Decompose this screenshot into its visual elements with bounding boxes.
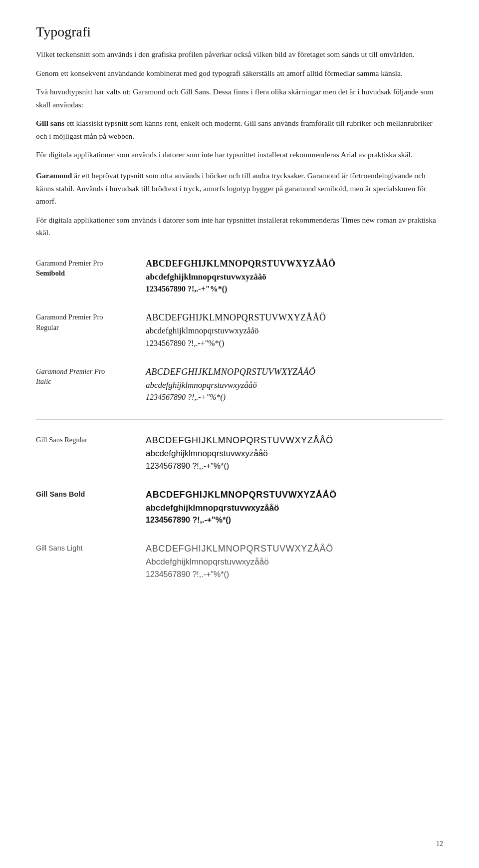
- intro-paragraph-2: Genom ett konsekvent användande kombiner…: [36, 67, 443, 80]
- specimen-line-uppercase: ABCDEFGHIJKLMNOPQRSTUVWXYZÅÅÖ: [146, 488, 443, 502]
- specimen-garamond-semibold: Garamond Premier Pro Semibold ABCDEFGHIJ…: [36, 257, 443, 295]
- gill-sans-description-2: För digitala applikationer som används i…: [36, 148, 443, 161]
- font-display-gill-sans-regular: ABCDEFGHIJKLMNOPQRSTUVWXYZÅÅÖ abcdefghij…: [146, 434, 443, 472]
- specimen-line-numbers: 1234567890 ?!,.-+"%*(): [146, 460, 443, 472]
- specimen-line-lowercase: abcdefghijklmnopqrstuvwxyzååö: [146, 447, 443, 460]
- specimen-garamond-italic: Garamond Premier Pro Italic ABCDEFGHIJKL…: [36, 365, 443, 404]
- garamond-description-2: För digitala applikationer som används i…: [36, 214, 443, 239]
- font-label-name-line2: Regular: [36, 322, 146, 332]
- page-number: 12: [436, 840, 443, 848]
- font-label-garamond-regular: Garamond Premier Pro Regular: [36, 311, 146, 332]
- intro-paragraph-3: Två huvudtypsnitt har valts ut; Garamond…: [36, 85, 443, 111]
- specimen-garamond-regular: Garamond Premier Pro Regular ABCDEFGHIJK…: [36, 311, 443, 349]
- specimen-line-lowercase: Abcdefghijklmnopqrstuvwxyzååö: [146, 556, 443, 569]
- font-label-name-line2: Italic: [36, 376, 146, 386]
- page: Typografi Vilket teckensnitt som används…: [0, 0, 479, 868]
- font-label-garamond-semibold: Garamond Premier Pro Semibold: [36, 257, 146, 279]
- font-label-name-line1: Garamond Premier Pro: [36, 366, 146, 376]
- specimen-line-lowercase: abcdefghijklmnopqrstuvwxyzååö: [146, 502, 443, 515]
- font-display-garamond-semibold: ABCDEFGHIJKLMNOPQRSTUVWXYZÅÅÖ abcdefghij…: [146, 257, 443, 295]
- specimen-line-uppercase: ABCDEFGHIJKLMNOPQRSTUVWXYZÅÅÖ: [146, 542, 443, 556]
- specimen-line-numbers: 1234567890 ?!,.-+"%*(): [146, 514, 443, 526]
- specimen-line-uppercase: ABCDEFGHIJKLMNOPQRSTUVWXYZÅÅÖ: [146, 311, 443, 324]
- specimen-line-uppercase: ABCDEFGHIJKLMNOPQRSTUVWXYZÅÅÖ: [146, 365, 443, 379]
- specimen-line-numbers: 1234567890 ?!,.-+"%*(): [146, 337, 443, 349]
- font-label-garamond-italic: Garamond Premier Pro Italic: [36, 365, 146, 387]
- gill-sans-section: Gill sans ett klassiskt typsnitt som kän…: [36, 117, 443, 161]
- section-divider: [36, 419, 443, 420]
- intro-paragraph-1: Vilket teckensnitt som används i den gra…: [36, 48, 443, 61]
- font-label-name: Gill Sans Regular: [36, 435, 146, 445]
- specimen-line-numbers: 1234567890 ?!,.-+"%*(): [146, 391, 443, 403]
- specimen-gill-sans-light: Gill Sans Light ABCDEFGHIJKLMNOPQRSTUVWX…: [36, 542, 443, 580]
- font-display-garamond-italic: ABCDEFGHIJKLMNOPQRSTUVWXYZÅÅÖ abcdefghij…: [146, 365, 443, 404]
- font-label-name-line1: Garamond Premier Pro: [36, 258, 146, 268]
- gill-sans-name: Gill sans: [36, 119, 64, 127]
- specimen-line-numbers: 1234567890 ?!,.-+"%*(): [146, 569, 443, 580]
- garamond-description-1: Garamond är ett beprövat typsnitt som of…: [36, 169, 443, 208]
- page-title: Typografi: [36, 24, 443, 40]
- specimen-line-lowercase: abcdefghijklmnopqrstuvwxyzååö: [146, 379, 443, 392]
- gill-sans-description-1: Gill sans ett klassiskt typsnitt som kän…: [36, 117, 443, 142]
- garamond-section: Garamond är ett beprövat typsnitt som of…: [36, 169, 443, 239]
- specimen-line-uppercase: ABCDEFGHIJKLMNOPQRSTUVWXYZÅÅÖ: [146, 257, 443, 271]
- font-display-gill-sans-bold: ABCDEFGHIJKLMNOPQRSTUVWXYZÅÅÖ abcdefghij…: [146, 488, 443, 527]
- font-label-gill-sans-light: Gill Sans Light: [36, 542, 146, 553]
- font-label-name-line1: Garamond Premier Pro: [36, 312, 146, 322]
- specimen-line-lowercase: abcdefghijklmnopqrstuvwxyzååö: [146, 271, 443, 284]
- specimen-gill-sans-bold: Gill Sans Bold ABCDEFGHIJKLMNOPQRSTUVWXY…: [36, 488, 443, 527]
- font-display-garamond-regular: ABCDEFGHIJKLMNOPQRSTUVWXYZÅÅÖ abcdefghij…: [146, 311, 443, 349]
- specimen-gill-sans-regular: Gill Sans Regular ABCDEFGHIJKLMNOPQRSTUV…: [36, 434, 443, 472]
- font-label-gill-sans-regular: Gill Sans Regular: [36, 434, 146, 445]
- font-display-gill-sans-light: ABCDEFGHIJKLMNOPQRSTUVWXYZÅÅÖ Abcdefghij…: [146, 542, 443, 580]
- specimen-line-lowercase: abcdefghijklmnopqrstuvwxyzååö: [146, 324, 443, 337]
- specimen-line-uppercase: ABCDEFGHIJKLMNOPQRSTUVWXYZÅÅÖ: [146, 434, 443, 447]
- font-label-gill-sans-bold: Gill Sans Bold: [36, 488, 146, 499]
- garamond-name: Garamond: [36, 171, 72, 180]
- font-specimens-section: Garamond Premier Pro Semibold ABCDEFGHIJ…: [36, 257, 443, 580]
- font-label-name: Gill Sans Bold: [36, 489, 146, 499]
- font-label-name: Gill Sans Light: [36, 543, 146, 553]
- font-label-name-line2: Semibold: [36, 268, 146, 278]
- specimen-line-numbers: 1234567890 ?!,.-+"%*(): [146, 283, 443, 295]
